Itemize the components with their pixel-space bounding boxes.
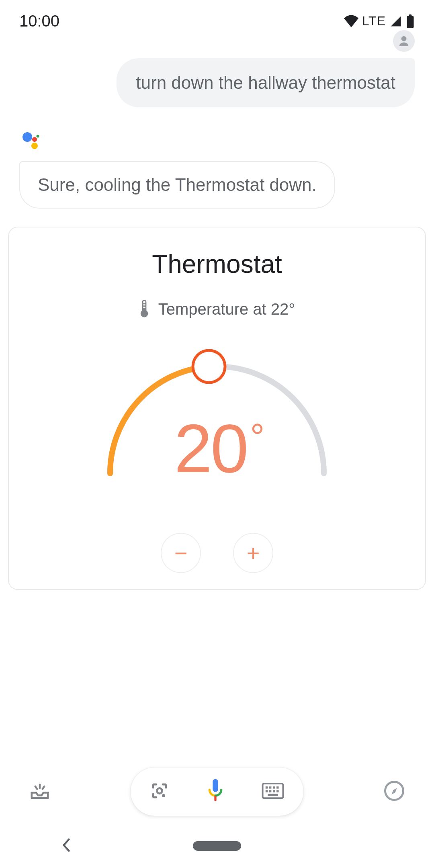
signal-icon <box>389 15 403 27</box>
current-temp-row: Temperature at 22° <box>25 300 409 318</box>
target-temp-value: 20 <box>174 410 247 487</box>
status-time: 10:00 <box>19 12 59 30</box>
battery-icon <box>406 14 415 28</box>
thermostat-title: Thermostat <box>25 249 409 279</box>
home-pill[interactable] <box>193 841 241 851</box>
svg-rect-19 <box>273 790 275 792</box>
svg-point-2 <box>401 36 407 41</box>
svg-rect-14 <box>269 786 271 788</box>
updates-button[interactable] <box>29 780 51 803</box>
lens-button[interactable] <box>150 781 169 802</box>
svg-point-7 <box>193 350 225 383</box>
assistant-input-pill <box>131 768 303 816</box>
svg-point-6 <box>31 143 38 149</box>
svg-point-5 <box>37 135 39 138</box>
mic-button[interactable] <box>205 778 226 805</box>
explore-button[interactable] <box>383 780 405 803</box>
assistant-bottom-bar <box>0 768 434 816</box>
user-message-bubble: turn down the hallway thermostat <box>117 58 415 107</box>
svg-point-9 <box>157 788 162 793</box>
increase-temp-button[interactable]: + <box>233 533 273 573</box>
target-temp-display: 20° <box>92 409 342 488</box>
status-icons: LTE <box>344 14 415 29</box>
keyboard-button[interactable] <box>262 783 284 800</box>
thermometer-icon <box>139 300 149 318</box>
user-avatar[interactable] <box>393 30 415 52</box>
wifi-icon <box>344 15 359 27</box>
mic-icon <box>205 778 226 804</box>
user-message-row: turn down the hallway thermostat <box>19 50 415 107</box>
svg-point-8 <box>162 794 165 797</box>
svg-rect-18 <box>269 790 271 792</box>
assistant-message-bubble: Sure, cooling the Thermostat down. <box>19 161 335 209</box>
decrease-temp-button[interactable]: − <box>161 533 201 573</box>
compass-icon <box>383 780 405 802</box>
svg-rect-11 <box>214 796 216 801</box>
degree-symbol: ° <box>250 417 263 457</box>
svg-point-4 <box>32 137 37 142</box>
temperature-dial[interactable]: 20° <box>92 333 342 502</box>
system-nav-bar <box>0 824 434 868</box>
status-bar: 10:00 LTE <box>0 0 434 34</box>
thermostat-card: Thermostat Temperature at 22° 20° − + <box>8 227 426 590</box>
back-button[interactable] <box>60 837 72 854</box>
svg-rect-0 <box>407 16 414 28</box>
svg-rect-15 <box>273 786 275 788</box>
person-icon <box>397 34 411 48</box>
assistant-logo-icon <box>23 131 40 149</box>
svg-rect-16 <box>276 786 278 788</box>
lens-icon <box>150 781 169 800</box>
svg-point-3 <box>23 132 32 142</box>
keyboard-icon <box>262 783 284 799</box>
svg-rect-1 <box>409 14 412 16</box>
svg-rect-21 <box>268 794 278 796</box>
network-label: LTE <box>362 14 386 29</box>
svg-rect-10 <box>213 779 218 792</box>
inbox-sparkle-icon <box>29 780 51 802</box>
svg-rect-20 <box>276 790 278 792</box>
current-temp-label: Temperature at 22° <box>158 300 295 318</box>
svg-rect-17 <box>266 790 268 792</box>
svg-rect-13 <box>266 786 268 788</box>
chevron-left-icon <box>60 837 72 853</box>
